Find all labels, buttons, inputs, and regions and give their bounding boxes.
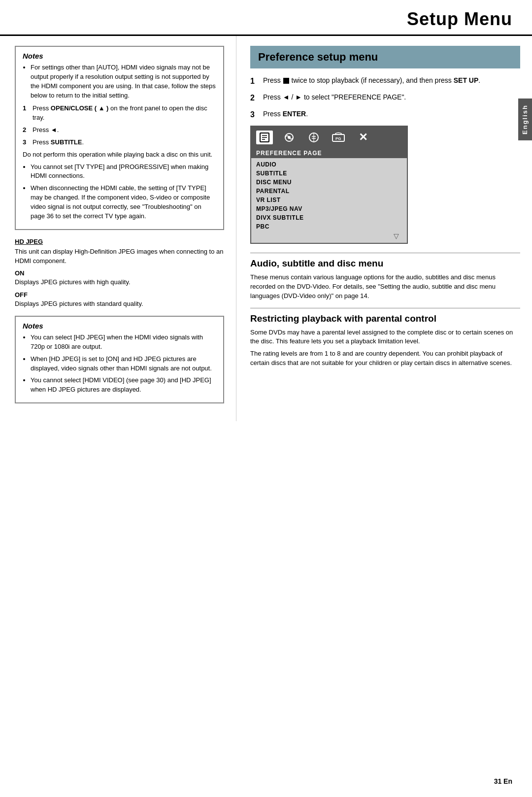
hd-jpeg-body: This unit can display High-Definition JP… xyxy=(15,247,224,266)
audio-section-body: These menus contain various language opt… xyxy=(250,273,520,301)
svg-text:PG: PG xyxy=(335,136,341,141)
notes-title-1: Notes xyxy=(23,52,216,60)
menu-icon-page xyxy=(256,131,273,144)
notes-item: When [HD JPEG] is set to [ON] and HD JPE… xyxy=(31,355,216,373)
menu-icon-parental: PG xyxy=(330,131,347,144)
menu-screenshot: PG ✕ PREFERENCE PAGE AUDIO SUBTITLE DISC… xyxy=(250,126,408,244)
notes-item: When disconnecting the HDMI cable, the s… xyxy=(31,184,216,221)
off-desc: Displays JPEG pictures with standard qua… xyxy=(15,299,224,309)
step-2: 2 Press ◄. xyxy=(23,126,216,135)
menu-icon-subtitle xyxy=(305,131,322,144)
divider-1 xyxy=(250,253,520,253)
right-step-1: 1 Press twice to stop playback (if neces… xyxy=(250,75,520,87)
notes-item: You cannot set [TV TYPE] and [PROGRESSIV… xyxy=(31,163,216,181)
step-3: 3 Press SUBTITLE. xyxy=(23,138,216,147)
menu-icon-close: ✕ xyxy=(355,131,371,144)
notes-list-1: For settings other than [AUTO], HDMI vid… xyxy=(23,63,216,100)
right-step-2: 2 Press ◄ / ► to select "PREFERENCE PAGE… xyxy=(250,92,520,104)
english-tab: English xyxy=(518,99,532,140)
menu-item: MP3/JPEG NAV xyxy=(256,204,402,213)
hd-jpeg-heading: HD JPEG xyxy=(15,238,224,245)
step-1: 1 Press OPEN/CLOSE ( ▲ ) on the front pa… xyxy=(23,104,216,123)
page-title: Setup Menu xyxy=(407,9,512,30)
notes-item: For settings other than [AUTO], HDMI vid… xyxy=(31,63,216,100)
content-area: Notes For settings other than [AUTO], HD… xyxy=(0,36,532,421)
on-label: ON xyxy=(15,269,224,277)
audio-section-title: Audio, subtitle and disc menu xyxy=(250,258,520,269)
notes-box-1: Notes For settings other than [AUTO], HD… xyxy=(15,46,224,230)
menu-icons-row: PG ✕ xyxy=(251,127,407,148)
menu-item: PBC xyxy=(256,222,402,231)
left-column: Notes For settings other than [AUTO], HD… xyxy=(0,36,236,421)
on-desc: Displays JPEG pictures with high quality… xyxy=(15,278,224,287)
stop-icon xyxy=(283,78,289,84)
off-label: OFF xyxy=(15,291,224,299)
menu-item: PARENTAL xyxy=(256,187,402,196)
notes-item: You can select [HD JPEG] when the HDMI v… xyxy=(31,333,216,352)
menu-item: VR LIST xyxy=(256,196,402,204)
page-header: Setup Menu xyxy=(0,0,532,36)
page-number: 31 En xyxy=(494,777,512,785)
notes-box-2: Notes You can select [HD JPEG] when the … xyxy=(15,316,224,403)
parental-section-title: Restricting playback with parental contr… xyxy=(250,313,520,324)
menu-item: SUBTITLE xyxy=(256,169,402,178)
right-step-3: 3 Press ENTER. xyxy=(250,109,520,121)
step3-note: Do not perform this operation while play… xyxy=(23,150,216,160)
pref-setup-header: Preference setup menu xyxy=(250,46,520,68)
menu-item: AUDIO xyxy=(256,160,402,169)
notes-list-1b: You cannot set [TV TYPE] and [PROGRESSIV… xyxy=(23,163,216,221)
menu-item: DISC MENU xyxy=(256,178,402,187)
notes-list-2: You can select [HD JPEG] when the HDMI v… xyxy=(23,333,216,395)
menu-item: DIVX SUBTITLE xyxy=(256,213,402,222)
notes-item: You cannot select [HDMI VIDEO] (see page… xyxy=(31,376,216,395)
parental-body-1: Some DVDs may have a parental level assi… xyxy=(250,328,520,347)
right-column: Preference setup menu 1 Press twice to s… xyxy=(236,36,532,421)
parental-body-2: The rating levels are from 1 to 8 and ar… xyxy=(250,349,520,368)
menu-scroll-indicator: ▽ xyxy=(256,231,402,241)
menu-icon-audio xyxy=(281,131,298,144)
divider-2 xyxy=(250,308,520,308)
menu-pref-row: PREFERENCE PAGE xyxy=(251,148,407,158)
menu-items-list: AUDIO SUBTITLE DISC MENU PARENTAL VR LIS… xyxy=(251,158,407,243)
notes-title-2: Notes xyxy=(23,322,216,330)
